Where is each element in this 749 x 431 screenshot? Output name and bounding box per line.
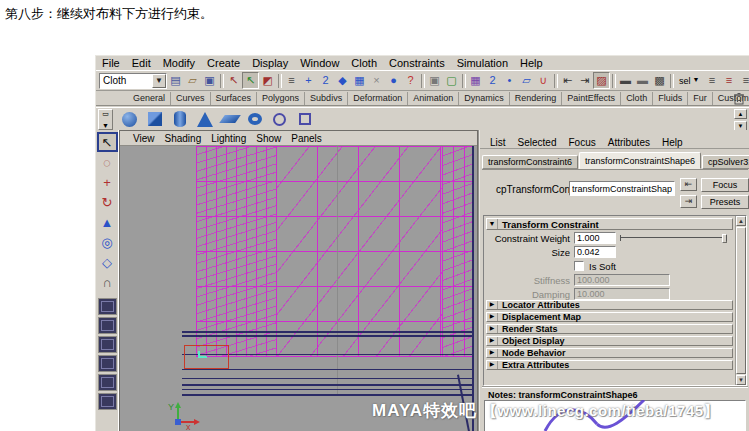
collapsed-section-header[interactable]: ▶ Node Behavior — [486, 348, 733, 358]
mask-surfaces-icon[interactable]: ◆ — [334, 72, 351, 89]
collapse-arrow-icon[interactable]: ▼ — [487, 219, 498, 229]
shelf-tab[interactable]: Fur — [688, 92, 713, 105]
viewport-menu-item[interactable]: Lighting — [206, 133, 251, 144]
menu-item[interactable]: File — [96, 56, 126, 70]
snap-to-grids-icon[interactable]: ▦ — [467, 72, 484, 89]
node-tab[interactable]: transformConstraintShape6 — [579, 152, 701, 169]
list-input-operations-icon[interactable]: ≡ — [704, 72, 721, 89]
attributes-scrollbar[interactable]: ▲ ▼ — [735, 216, 746, 385]
menu-item[interactable]: Modify — [157, 56, 201, 70]
chevron-down-icon[interactable]: ▼ — [152, 74, 166, 88]
nurbs-torus-icon[interactable] — [242, 109, 267, 130]
output-connections-icon[interactable]: ⇥ — [576, 72, 593, 89]
menu-item[interactable]: Constraints — [383, 56, 451, 70]
shelf-tab-selector-button[interactable]: ▭▼ — [98, 109, 113, 130]
show-manipulator-tool[interactable]: ◇ — [97, 252, 118, 272]
save-scene-icon[interactable]: ▣ — [201, 72, 218, 89]
attribute-editor-menu-item[interactable]: Focus — [562, 137, 601, 148]
mask-dynamics-icon[interactable]: × — [368, 72, 385, 89]
list-all-operations-icon[interactable]: ≡ — [738, 72, 749, 89]
ipr-render-icon[interactable]: ▬ — [634, 72, 651, 89]
shelf-tab[interactable]: Cloth — [621, 92, 653, 105]
soft-modification-tool[interactable]: ◎ — [97, 232, 118, 252]
shelf-tab[interactable]: General — [128, 92, 171, 105]
open-scene-icon[interactable]: ▱ — [184, 72, 201, 89]
collapsed-section-header[interactable]: ▶ Object Display — [486, 336, 733, 346]
menuset-dropdown[interactable]: Cloth ▼ — [99, 73, 167, 89]
menu-item[interactable]: Help — [514, 56, 549, 70]
menu-item[interactable]: Window — [294, 56, 345, 70]
attribute-editor-menu-item[interactable]: Attributes — [602, 137, 656, 148]
expand-arrow-icon[interactable]: ▶ — [487, 361, 498, 369]
rotate-tool[interactable]: ↻ — [97, 192, 118, 212]
trash-icon[interactable] — [733, 92, 745, 105]
menu-item[interactable]: Simulation — [451, 56, 514, 70]
expand-arrow-icon[interactable]: ▶ — [487, 325, 498, 333]
select-by-hierarchy-icon[interactable]: ↖ — [225, 72, 242, 89]
construction-history-icon[interactable]: ▨ — [593, 72, 610, 89]
list-output-operations-icon[interactable]: ≡ — [721, 72, 738, 89]
collapsed-section-header[interactable]: ▶ Locator Attributes — [486, 300, 733, 310]
shelf-tab[interactable]: Dynamics — [459, 92, 510, 105]
persp-outliner-layout-button[interactable] — [98, 336, 117, 353]
scroll-up-icon[interactable]: ▲ — [736, 216, 746, 226]
menu-item[interactable]: Edit — [126, 56, 157, 70]
snap-to-view-planes-icon[interactable]: ▱ — [518, 72, 535, 89]
transform-constraint-section-header[interactable]: ▼ Transform Constraint — [486, 218, 733, 230]
lock-selection-icon[interactable]: ▣ — [426, 72, 443, 89]
node-tab[interactable]: transformConstraint6 — [482, 155, 578, 169]
move-tool[interactable]: + — [97, 172, 118, 192]
menu-item[interactable]: Display — [246, 56, 294, 70]
snap-to-points-icon[interactable]: • — [501, 72, 518, 89]
constraint-weight-field[interactable] — [574, 232, 616, 244]
mask-points-icon[interactable]: + — [300, 72, 317, 89]
node-tab[interactable]: cpSolver31 — [702, 155, 749, 169]
scroll-down-icon[interactable]: ▼ — [736, 375, 746, 385]
viewport-menu-item[interactable]: View — [128, 133, 160, 144]
shelf-tab[interactable]: PaintEffects — [562, 92, 621, 105]
presets-button[interactable]: Presets — [701, 195, 749, 209]
viewport-menu-item[interactable]: Show — [251, 133, 286, 144]
nurbs-cone-icon[interactable] — [192, 109, 217, 130]
expand-arrow-icon[interactable]: ▶ — [487, 349, 498, 357]
shelf-tab[interactable]: Polygons — [257, 92, 305, 105]
expand-arrow-icon[interactable]: ▶ — [487, 301, 498, 309]
nurbs-plane-icon[interactable] — [217, 109, 242, 130]
attribute-editor-menu-item[interactable]: Selected — [512, 137, 563, 148]
focus-button[interactable]: Focus — [701, 178, 749, 192]
render-current-frame-icon[interactable]: ▬ — [617, 72, 634, 89]
four-pane-layout-button[interactable] — [98, 317, 117, 334]
persp-graph-layout-button[interactable] — [98, 355, 117, 372]
chevron-down-icon[interactable]: ▼ — [693, 75, 704, 87]
menu-item[interactable]: Create — [201, 56, 246, 70]
shelf-tab[interactable]: Curves — [171, 92, 211, 105]
size-field[interactable] — [574, 246, 616, 258]
nurbs-circle-icon[interactable] — [267, 109, 292, 130]
shelf-up-button[interactable]: ▲ — [734, 109, 747, 119]
mask-rendering-icon[interactable]: ● — [385, 72, 402, 89]
mask-misc-icon[interactable]: ? — [402, 72, 419, 89]
input-connections-icon[interactable]: ⇤ — [559, 72, 576, 89]
hypergraph-layout-button[interactable] — [98, 374, 117, 391]
make-live-icon[interactable]: ∪ — [535, 72, 552, 89]
select-by-component-icon[interactable]: ◩ — [259, 72, 276, 89]
attribute-editor-menu-item[interactable]: Help — [656, 137, 689, 148]
new-scene-icon[interactable]: ▤ — [167, 72, 184, 89]
collapsed-section-header[interactable]: ▶ Render Stats — [486, 324, 733, 334]
attribute-editor-menu-item[interactable]: List — [484, 137, 512, 148]
select-by-object-icon[interactable]: ↖ — [242, 72, 259, 89]
next-node-button[interactable]: ⇥ — [680, 195, 697, 208]
shelf-tab[interactable]: Deformation — [348, 92, 408, 105]
last-tool[interactable]: ∩ — [97, 272, 118, 292]
nurbs-cube-icon[interactable] — [142, 109, 167, 130]
previous-node-button[interactable]: ⇤ — [680, 178, 697, 191]
collapsed-section-header[interactable]: ▶ Displacement Map — [486, 312, 733, 322]
highlight-selection-icon[interactable]: ▢ — [443, 72, 460, 89]
expand-arrow-icon[interactable]: ▶ — [487, 313, 498, 321]
set-object-mask-icon[interactable]: ≡ — [283, 72, 300, 89]
scale-tool[interactable]: ▲ — [97, 212, 118, 232]
constraint-weight-slider[interactable] — [620, 237, 727, 240]
shelf-tab[interactable]: Surfaces — [211, 92, 258, 105]
mask-curves-icon[interactable]: 2 — [317, 72, 334, 89]
is-soft-checkbox[interactable] — [574, 261, 584, 271]
